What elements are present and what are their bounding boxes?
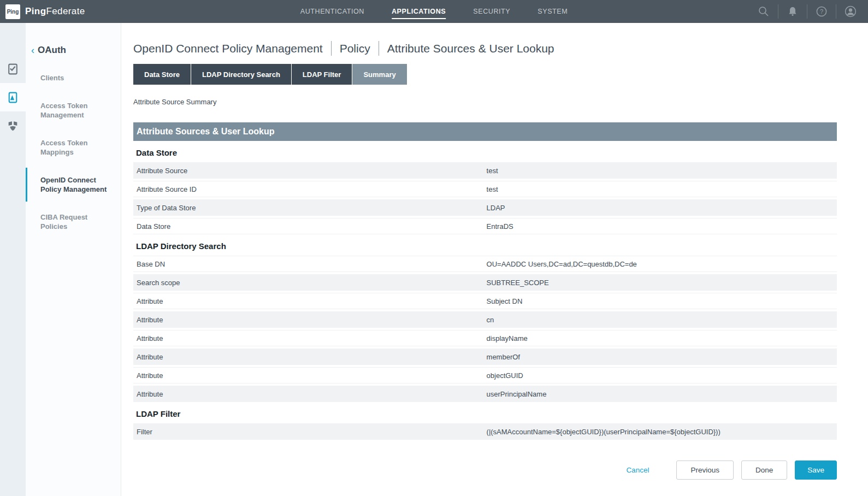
step-tab-summary[interactable]: Summary	[352, 64, 406, 85]
row-value: cn	[487, 316, 837, 324]
done-button[interactable]: Done	[741, 460, 787, 480]
row-label: Search scope	[133, 279, 487, 287]
user-icon[interactable]	[836, 5, 865, 18]
brand-name: PingFederate	[25, 6, 85, 17]
nav-authentication[interactable]: AUTHENTICATION	[300, 0, 364, 23]
table-header: Attribute Sources & User Lookup	[133, 122, 837, 141]
row-label: Attribute	[133, 297, 487, 305]
row-value: test	[487, 167, 837, 175]
summary-row: Base DNOU=AADDC Users,DC=ad,DC=questdb,D…	[133, 256, 837, 272]
footer-actions: Cancel Previous Done Save	[133, 460, 837, 480]
breadcrumb-segment-openid-connect-policy-management: OpenID Connect Policy Management	[133, 42, 323, 55]
save-button[interactable]: Save	[795, 460, 837, 480]
breadcrumb-separator	[331, 41, 332, 56]
summary-row: AttributememberOf	[133, 349, 837, 365]
ping-logo: Ping	[5, 4, 20, 19]
sidebar-menu: ‹ OAuth ClientsAccess Token ManagementAc…	[26, 23, 121, 496]
row-value: EntraDS	[487, 222, 837, 231]
summary-row: Attribute Sourcetest	[133, 162, 837, 179]
primary-nav: AUTHENTICATIONAPPLICATIONSSECURITYSYSTEM	[300, 0, 568, 23]
page-title-breadcrumb: OpenID Connect Policy ManagementPolicyAt…	[133, 41, 837, 56]
utility-icons: ?	[749, 0, 865, 23]
bell-icon[interactable]	[778, 6, 807, 17]
sidebar-back-oauth[interactable]: ‹ OAuth	[26, 45, 121, 56]
step-tab-data-store[interactable]: Data Store	[133, 64, 191, 85]
row-label: Attribute	[133, 353, 487, 361]
row-value: test	[487, 185, 837, 193]
row-label: Type of Data Store	[133, 204, 487, 212]
sidebar-item-access-token-mappings[interactable]: Access Token Mappings	[26, 131, 121, 164]
wizard-steps: Data StoreLDAP Directory SearchLDAP Filt…	[133, 64, 837, 85]
summary-row: AttributedisplayName	[133, 330, 837, 346]
sidebar-items: ClientsAccess Token ManagementAccess Tok…	[26, 66, 121, 239]
summary-row: AttributeobjectGUID	[133, 367, 837, 383]
row-value: objectGUID	[487, 371, 837, 380]
sidebar-icon-strip	[0, 23, 26, 496]
sidebar-item-clients[interactable]: Clients	[26, 66, 121, 90]
nav-security[interactable]: SECURITY	[473, 0, 510, 23]
row-value: (|(sAMAccountName=${objectGUID})(userPri…	[487, 428, 837, 436]
row-label: Filter	[133, 428, 487, 436]
summary-row: Attribute Source IDtest	[133, 181, 837, 197]
clients-check-icon[interactable]	[0, 55, 26, 83]
brand-light: Federate	[46, 6, 85, 16]
token-management-icon[interactable]	[0, 83, 26, 111]
row-label: Attribute	[133, 316, 487, 324]
row-value: OU=AADDC Users,DC=ad,DC=questdb,DC=de	[487, 260, 837, 268]
summary-row: AttributeSubject DN	[133, 293, 837, 309]
search-icon[interactable]	[749, 5, 778, 17]
summary-row: Attributecn	[133, 311, 837, 328]
row-label: Attribute	[133, 390, 487, 398]
sidebar-section-title: OAuth	[38, 45, 66, 56]
row-value: LDAP	[487, 204, 837, 212]
svg-text:?: ?	[820, 8, 823, 15]
top-nav-bar: Ping PingFederate AUTHENTICATIONAPPLICAT…	[0, 0, 868, 23]
sidebar-item-ciba-request-policies[interactable]: CIBA Request Policies	[26, 205, 121, 239]
section-title-ldap-directory-search: LDAP Directory Search	[136, 241, 837, 251]
summary-row: AttributeuserPrincipalName	[133, 386, 837, 402]
row-label: Attribute	[133, 371, 487, 380]
back-chevron-icon: ‹	[31, 45, 34, 55]
main-content: OpenID Connect Policy ManagementPolicyAt…	[121, 23, 868, 496]
step-tab-ldap-filter[interactable]: LDAP Filter	[292, 64, 352, 85]
brand-bold: Ping	[25, 6, 46, 16]
table-body: Data StoreAttribute SourcetestAttribute …	[133, 148, 837, 440]
cancel-link[interactable]: Cancel	[626, 466, 649, 474]
summary-label: Attribute Source Summary	[133, 98, 837, 106]
row-label: Attribute	[133, 334, 487, 343]
row-value: displayName	[487, 334, 837, 343]
row-value: userPrincipalName	[487, 390, 837, 398]
row-label: Attribute Source ID	[133, 185, 487, 193]
row-value: SUBTREE_SCOPE	[487, 279, 837, 287]
row-value: memberOf	[487, 353, 837, 361]
row-label: Data Store	[133, 222, 487, 231]
policy-shield-icon[interactable]	[0, 111, 26, 140]
section-title-ldap-filter: LDAP Filter	[136, 409, 837, 418]
summary-row: Data StoreEntraDS	[133, 218, 837, 234]
breadcrumb-segment-attribute-sources-user-lookup: Attribute Sources & User Lookup	[387, 42, 554, 55]
brand: Ping PingFederate	[0, 4, 85, 19]
nav-applications[interactable]: APPLICATIONS	[392, 0, 446, 23]
nav-system[interactable]: SYSTEM	[538, 0, 568, 23]
summary-row: Search scopeSUBTREE_SCOPE	[133, 274, 837, 291]
summary-table: Attribute Sources & User Lookup Data Sto…	[133, 122, 837, 440]
sidebar-item-openid-connect-policy-management[interactable]: OpenID Connect Policy Management	[26, 168, 121, 202]
section-title-data-store: Data Store	[136, 148, 837, 157]
summary-row: Type of Data StoreLDAP	[133, 199, 837, 216]
summary-row: Filter(|(sAMAccountName=${objectGUID})(u…	[133, 423, 837, 440]
breadcrumb-separator	[379, 41, 379, 56]
breadcrumb-segment-policy: Policy	[340, 42, 370, 55]
step-tab-ldap-directory-search[interactable]: LDAP Directory Search	[191, 64, 291, 85]
help-icon[interactable]: ?	[807, 5, 836, 17]
sidebar-item-access-token-management[interactable]: Access Token Management	[26, 93, 121, 127]
previous-button[interactable]: Previous	[676, 460, 734, 480]
row-value: Subject DN	[487, 297, 837, 305]
row-label: Attribute Source	[133, 167, 487, 175]
row-label: Base DN	[133, 260, 487, 268]
